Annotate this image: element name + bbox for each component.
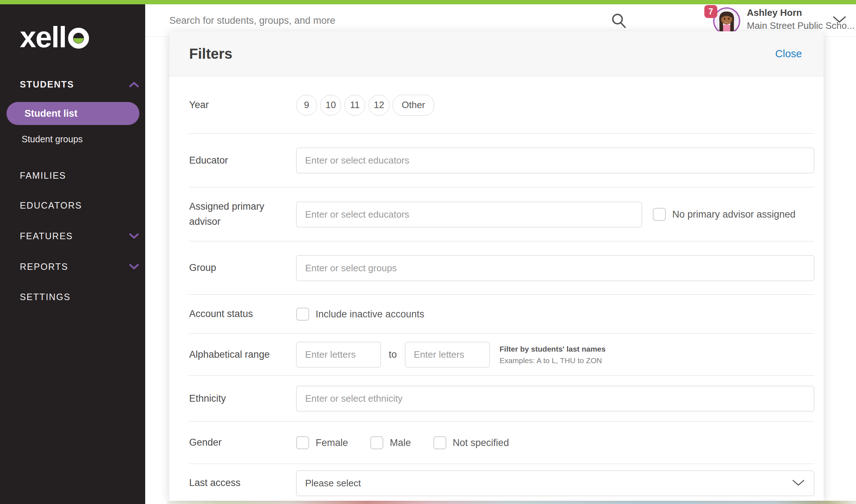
select-chevron-down-icon — [792, 478, 804, 489]
page-title: Filters — [189, 46, 232, 62]
no-primary-advisor-label: No primary advisor assigned — [672, 209, 795, 220]
sidebar-item-student-list-label: Student list — [24, 108, 77, 119]
alphabetical-range-label: Alphabetical range — [189, 347, 296, 362]
sidebar-item-features[interactable]: FEATURES — [20, 231, 139, 241]
gender-not-specified-label: Not specified — [453, 437, 509, 449]
gender-label: Gender — [189, 435, 296, 450]
notification-count: 7 — [709, 7, 713, 17]
last-access-label: Last access — [189, 476, 296, 491]
year-label: Year — [189, 98, 296, 113]
filter-row-account-status: Account status Include inactive accounts — [169, 295, 824, 334]
sidebar-item-student-groups[interactable]: Student groups — [22, 134, 83, 144]
sidebar-item-settings-label: SETTINGS — [20, 292, 71, 302]
alpha-range-help: Filter by students' last names Examples:… — [500, 345, 606, 365]
search-icon[interactable] — [611, 12, 627, 30]
filter-row-year: Year 9 10 11 12 Other — [169, 76, 824, 134]
sidebar-item-features-label: FEATURES — [20, 231, 73, 241]
advisor-label: Assigned primary advisor — [189, 199, 296, 229]
group-label: Group — [189, 260, 296, 276]
educator-label: Educator — [189, 153, 296, 168]
last-access-select-value: Please select — [305, 478, 361, 489]
educator-input[interactable] — [296, 148, 814, 173]
logo-o-icon — [68, 28, 89, 49]
sidebar-section-students-label: STUDENTS — [20, 79, 74, 90]
year-option-10[interactable]: 10 — [320, 95, 341, 116]
logo-wordmark: xell — [20, 22, 66, 52]
sidebar-item-reports-label: REPORTS — [20, 262, 68, 272]
user-name[interactable]: Ashley Horn — [747, 7, 802, 18]
account-status-label: Account status — [189, 307, 296, 322]
user-menu-chevron-icon[interactable] — [833, 16, 846, 24]
include-inactive-accounts-label: Include inactive accounts — [316, 309, 424, 320]
filters-panel-header: Filters Close — [169, 31, 824, 76]
include-inactive-accounts-checkbox[interactable] — [296, 308, 309, 321]
gender-female-checkbox[interactable] — [296, 436, 309, 449]
close-button[interactable]: Close — [775, 48, 802, 60]
sidebar: xell STUDENTS Student list Student group… — [0, 0, 145, 504]
filter-row-assigned-primary-advisor: Assigned primary advisor No primary advi… — [169, 187, 824, 241]
sidebar-section-students[interactable]: STUDENTS — [20, 79, 139, 90]
alpha-range-to-input[interactable] — [405, 342, 490, 367]
notification-badge[interactable]: 7 — [704, 5, 717, 18]
sidebar-item-reports[interactable]: REPORTS — [20, 262, 139, 272]
filter-row-last-access: Last access Please select — [169, 464, 824, 501]
filter-row-ethnicity: Ethnicity — [169, 376, 824, 422]
filter-row-gender: Gender Female Male Not specified — [169, 422, 824, 464]
year-option-9[interactable]: 9 — [296, 95, 317, 116]
sidebar-item-educators-label: EDUCATORS — [20, 200, 82, 211]
background-page-sliver — [167, 501, 856, 504]
filter-row-educator: Educator — [169, 134, 824, 187]
sidebar-item-student-groups-label: Student groups — [22, 134, 83, 144]
chevron-down-icon — [129, 264, 139, 269]
gender-female-label: Female — [316, 437, 348, 449]
alpha-range-help-example: Examples: A to L, THU to ZON — [500, 356, 606, 365]
top-accent-bar — [0, 0, 856, 4]
xello-logo[interactable]: xell — [20, 22, 89, 52]
chevron-down-icon — [129, 233, 139, 239]
filters-panel: Filters Close Year 9 10 11 12 Other Educ… — [169, 31, 824, 501]
year-option-11[interactable]: 11 — [344, 95, 365, 116]
advisor-input[interactable] — [296, 202, 642, 227]
filter-row-group: Group — [169, 241, 824, 295]
gender-not-specified-checkbox[interactable] — [433, 436, 446, 449]
chevron-up-icon — [129, 82, 139, 87]
search-input[interactable] — [169, 12, 584, 30]
sidebar-item-families-label: FAMILIES — [20, 170, 66, 181]
ethnicity-input[interactable] — [296, 386, 814, 411]
last-access-select[interactable]: Please select — [296, 470, 814, 496]
year-option-other[interactable]: Other — [393, 95, 434, 116]
sidebar-item-settings[interactable]: SETTINGS — [20, 292, 139, 302]
gender-male-checkbox[interactable] — [370, 436, 383, 449]
year-option-12[interactable]: 12 — [369, 95, 389, 116]
sidebar-item-student-list[interactable]: Student list — [6, 102, 139, 125]
ethnicity-label: Ethnicity — [189, 391, 296, 406]
alpha-range-help-title: Filter by students' last names — [500, 345, 606, 353]
group-input[interactable] — [296, 255, 814, 281]
no-primary-advisor-checkbox[interactable] — [653, 208, 666, 221]
sidebar-item-families[interactable]: FAMILIES — [20, 170, 139, 181]
filters-panel-body: Year 9 10 11 12 Other Educator Assigned … — [169, 76, 824, 501]
filter-row-alphabetical-range: Alphabetical range to Filter by students… — [169, 334, 824, 376]
sidebar-item-educators[interactable]: EDUCATORS — [20, 200, 139, 211]
alpha-range-from-input[interactable] — [296, 342, 381, 367]
alpha-range-to-separator: to — [389, 349, 397, 360]
gender-male-label: Male — [390, 437, 411, 449]
